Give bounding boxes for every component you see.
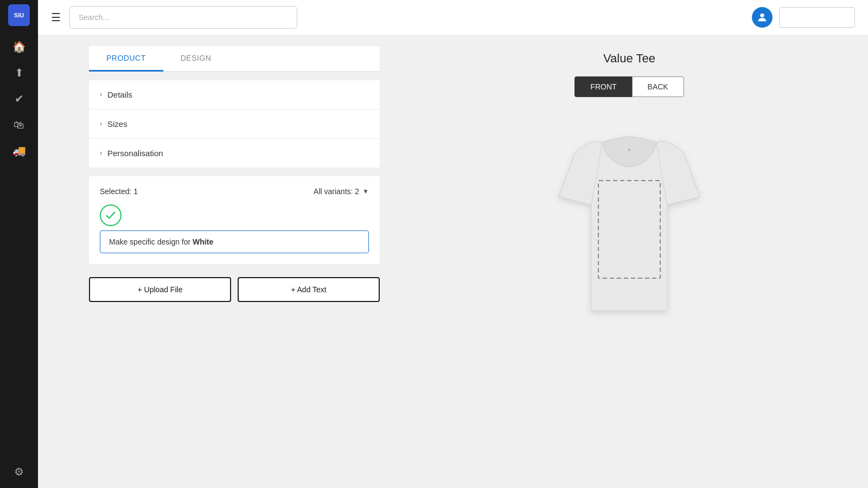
accordion-label-sizes: Sizes <box>107 119 127 129</box>
accordion-header-sizes[interactable]: › Sizes <box>89 110 380 138</box>
accordion-label-personalisation: Personalisation <box>107 149 163 158</box>
sidebar-item-bag[interactable]: 🛍 <box>7 113 31 137</box>
variants-selected-count: Selected: 1 <box>100 187 138 196</box>
tee-preview <box>542 110 716 338</box>
tabs: PRODUCT DESIGN <box>89 46 380 72</box>
variants-all-dropdown[interactable]: All variants: 2 ▼ <box>314 187 369 196</box>
tab-product[interactable]: PRODUCT <box>89 46 163 72</box>
variants-section: Selected: 1 All variants: 2 ▼ Make speci… <box>89 176 380 264</box>
accordion-label-details: Details <box>107 90 132 99</box>
sidebar-item-checklist[interactable]: ✔ <box>7 87 31 111</box>
chevron-icon-sizes: › <box>100 120 102 127</box>
view-front-button[interactable]: FRONT <box>575 76 631 97</box>
topbar-right <box>752 7 855 28</box>
view-back-button[interactable]: BACK <box>632 76 684 97</box>
user-name-box <box>779 7 855 28</box>
product-title: Value Tee <box>603 52 655 66</box>
specific-design-color: White <box>193 237 213 246</box>
specific-design-button[interactable]: Make specific design for White <box>100 230 369 253</box>
sidebar: SIU 🏠 ⬆ ✔ 🛍 🚚 ⚙ <box>0 0 38 488</box>
user-avatar[interactable] <box>752 7 773 28</box>
menu-icon[interactable]: ☰ <box>51 11 61 24</box>
sidebar-item-upload[interactable]: ⬆ <box>7 61 31 85</box>
right-panel: Value Tee FRONT BACK <box>391 35 868 488</box>
chevron-icon: › <box>100 91 102 98</box>
variants-header: Selected: 1 All variants: 2 ▼ <box>100 187 369 196</box>
sidebar-item-settings[interactable]: ⚙ <box>7 460 31 484</box>
upload-file-button[interactable]: + Upload File <box>89 277 231 302</box>
tab-design[interactable]: DESIGN <box>163 46 229 72</box>
sidebar-item-delivery[interactable]: 🚚 <box>7 139 31 163</box>
accordion-item-personalisation: › Personalisation <box>89 139 380 168</box>
accordion-item-details: › Details <box>89 80 380 110</box>
topbar: ☰ <box>38 0 868 35</box>
accordion-header-details[interactable]: › Details <box>89 80 380 109</box>
main-content: PRODUCT DESIGN › Details › Sizes › Per <box>76 35 868 488</box>
sidebar-item-home[interactable]: 🏠 <box>7 35 31 59</box>
sidebar-logo: SIU <box>8 4 30 26</box>
accordion-header-personalisation[interactable]: › Personalisation <box>89 139 380 168</box>
accordion-item-sizes: › Sizes <box>89 110 380 139</box>
action-buttons: + Upload File + Add Text <box>89 277 380 302</box>
svg-point-0 <box>760 14 764 17</box>
dropdown-arrow-icon: ▼ <box>362 188 369 195</box>
specific-design-prefix: Make specific design for <box>109 237 193 246</box>
tee-illustration <box>542 110 716 338</box>
search-input[interactable] <box>69 6 297 29</box>
color-swatch-white[interactable] <box>100 204 122 226</box>
accordion: › Details › Sizes › Personalisation <box>89 80 380 168</box>
view-buttons: FRONT BACK <box>575 76 684 97</box>
variants-all-label: All variants: 2 <box>314 187 359 196</box>
chevron-icon-personalisation: › <box>100 149 102 157</box>
add-text-button[interactable]: + Add Text <box>238 277 380 302</box>
left-panel: PRODUCT DESIGN › Details › Sizes › Per <box>76 35 391 488</box>
search-bar <box>69 6 297 29</box>
